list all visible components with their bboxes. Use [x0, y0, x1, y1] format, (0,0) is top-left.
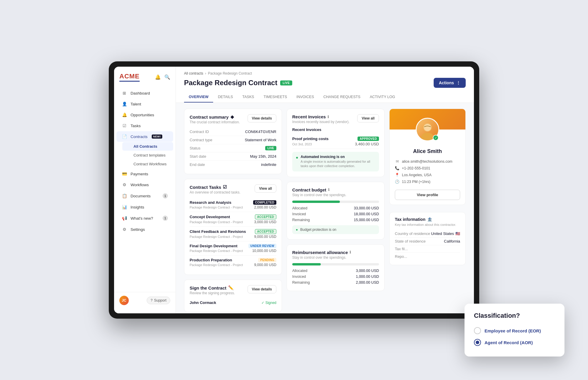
sidebar-item-talent[interactable]: 👤 Talent	[116, 99, 173, 109]
workflows-icon: ⚙	[122, 182, 127, 187]
avatar-container: ✓	[416, 118, 439, 141]
sidebar-item-label: Dashboard	[131, 91, 150, 95]
reimb-value-remaining: 2,000.00 USD	[356, 280, 379, 285]
tab-tasks[interactable]: TASKS	[238, 92, 259, 102]
tab-timesheets[interactable]: TIMESHEETS	[259, 92, 292, 102]
task-name: Client Feedback and Revisions	[190, 229, 246, 234]
view-all-tasks-button[interactable]: View all	[255, 184, 276, 193]
budget-value-remaining: 15,000.00 USD	[354, 218, 379, 222]
task-amount: 9,000.00 USD	[254, 235, 276, 239]
reimb-value-invoiced: 1,000.00 USD	[356, 275, 379, 279]
sidebar-item-dashboard[interactable]: ⊞ Dashboard	[116, 88, 173, 98]
bank-icon: 🏦	[427, 217, 432, 222]
recent-invoices-label: Recent Invoices	[292, 127, 379, 132]
task-badge: ACCEPTED	[255, 229, 276, 234]
tax-row-taxfil: Tax fil...	[395, 245, 460, 253]
breadcrumb-parent[interactable]: All contracts	[184, 71, 203, 75]
field-value: CON6K4TGVENR	[245, 130, 276, 134]
contact-time-row: 🕐 11:23 PM (+1hrs)	[395, 178, 460, 185]
user-avatar[interactable]: JC	[119, 296, 129, 305]
sidebar-item-workflows[interactable]: ⚙ Workflows	[116, 179, 173, 190]
radio-option-aor[interactable]: Agent of Record (AOR)	[474, 337, 555, 348]
invoice-badge: APPROVED	[358, 137, 379, 141]
sidebar-item-payments[interactable]: 💳 Payments	[116, 169, 173, 179]
sidebar-item-opportunities[interactable]: 🔔 Opportunities	[116, 110, 173, 120]
sign-contract-card: Sign the Contract ✏️ Review the signing …	[184, 280, 282, 312]
sub-nav-contract-templates[interactable]: Contract templates	[122, 151, 173, 159]
radio-circle-eor	[474, 327, 481, 334]
breadcrumb-separator: ›	[205, 71, 206, 75]
tab-overview[interactable]: OVERVIEW	[184, 92, 213, 102]
auto-invoice-content: Automated invoicing is on A single invoi…	[300, 155, 375, 169]
info-icon: ℹ	[328, 188, 330, 192]
support-button[interactable]: ? Support	[147, 297, 170, 304]
sub-nav-all-contracts[interactable]: All Contracts	[122, 142, 173, 151]
actions-button[interactable]: Actions ⋮	[434, 78, 466, 88]
contracts-sub-nav: All Contracts Contract templates Contrac…	[114, 142, 176, 168]
view-profile-button[interactable]: View profile	[395, 190, 460, 200]
tax-value-state: California	[444, 239, 460, 243]
sidebar-item-label: Insights	[131, 205, 144, 209]
task-badge: PENDING	[258, 258, 276, 262]
invoice-name-row: Proof printing costs APPROVED	[292, 137, 379, 141]
field-value: May 15th, 2024	[250, 154, 276, 159]
card-subtitle: The crucial contract information.	[190, 120, 240, 124]
reimbursement-card: Reimbursement allowance ℹ Stay in contro…	[287, 244, 385, 291]
radio-dot-aor	[476, 341, 479, 344]
sign-card-header: Sign the Contract ✏️ Review the signing …	[190, 285, 276, 295]
opportunities-icon: 🔔	[122, 112, 127, 117]
search-icon[interactable]: 🔍	[164, 74, 170, 80]
checkbox-icon: ☑	[223, 184, 227, 190]
sidebar-item-contracts[interactable]: 📄 Contracts NEW!	[116, 131, 173, 142]
contract-summary-card: Contract summary ◆ The crucial contract …	[184, 109, 282, 174]
invoices-card-header: Recent Invoices ℹ Invoices recently issu…	[292, 114, 379, 124]
page-title: Package Redesign Contract LIVE	[184, 79, 292, 87]
sidebar-item-settings[interactable]: ⚙ Settings	[116, 224, 173, 235]
sub-nav-contract-workflows[interactable]: Contract Workflows	[122, 160, 173, 168]
budget-value-allocated: 33,000.00 USD	[354, 206, 379, 210]
task-amount: 9,000.00 USD	[254, 263, 276, 267]
sidebar-item-documents[interactable]: 📋 Documents 1	[116, 190, 173, 201]
budget-subtitle: Stay in control over the spendings.	[292, 193, 346, 197]
contact-email-row: ✉ alice.smith@techsolutions.com	[395, 158, 460, 165]
profile-info: Alice Smith ✉ alice.smith@techsolutions.…	[390, 144, 465, 205]
content-grid: Contract summary ◆ The crucial contract …	[176, 103, 474, 313]
sign-status: ✓ Signed	[261, 301, 276, 305]
view-all-invoices-button[interactable]: View all	[357, 114, 379, 122]
task-name-row: Concept Development ACCEPTED	[190, 214, 276, 219]
radio-option-eor[interactable]: Employee of Record (EOR)	[474, 325, 555, 337]
sidebar-item-whats-new[interactable]: 📢 What's new? 1	[116, 213, 173, 224]
sidebar-item-tasks[interactable]: ☑ Tasks	[116, 120, 173, 131]
invoices-title: Recent Invoices ℹ	[292, 114, 350, 119]
view-details-button[interactable]: View details	[248, 114, 276, 122]
title-text: Contract budget	[292, 187, 326, 192]
reimbursement-header-left: Reimbursement allowance ℹ Stay in contro…	[292, 250, 351, 260]
tab-invoices[interactable]: INVOICES	[292, 92, 319, 102]
insights-icon: 📊	[122, 205, 127, 209]
bell-icon[interactable]: 🔔	[155, 74, 161, 80]
sidebar-item-insights[interactable]: 📊 Insights	[116, 202, 173, 212]
view-sign-details-button[interactable]: View details	[248, 285, 276, 293]
tab-details[interactable]: DETAILS	[213, 92, 238, 102]
tab-activity-log[interactable]: ACTIVITY LOG	[365, 92, 400, 102]
summary-row-start-date: Start date May 15th, 2024	[190, 152, 276, 161]
profile-time: 11:23 PM (+1hrs)	[402, 180, 430, 184]
breadcrumb-current: Package Redesign Contract	[208, 71, 252, 75]
reimbursement-title: Reimbursement allowance ℹ	[292, 250, 351, 255]
sign-item-0: John Cormack ✓ Signed	[190, 299, 276, 307]
reimb-label-invoiced: Invoiced	[292, 275, 306, 279]
svg-point-2	[424, 124, 431, 131]
sidebar-item-label: Settings	[131, 227, 145, 232]
tab-change-requests[interactable]: CHANGE REQUESTS	[319, 92, 365, 102]
task-item-4: Production Preparation PENDING Package R…	[190, 255, 276, 269]
status-text: Signed	[265, 301, 276, 305]
field-label: Start date	[190, 154, 206, 159]
sidebar-item-label: Talent	[131, 102, 141, 106]
profile-location: Los Angeles, USA	[402, 173, 432, 177]
col-left: Contract summary ◆ The crucial contract …	[184, 109, 282, 312]
profile-email: alice.smith@techsolutions.com	[402, 159, 452, 164]
task-name-row: Client Feedback and Revisions ACCEPTED	[190, 229, 276, 234]
auto-invoice-banner: ● Automated invoicing is on A single inv…	[292, 152, 379, 171]
more-icon: ⋮	[456, 80, 460, 85]
task-item-2: Client Feedback and Revisions ACCEPTED P…	[190, 227, 276, 241]
